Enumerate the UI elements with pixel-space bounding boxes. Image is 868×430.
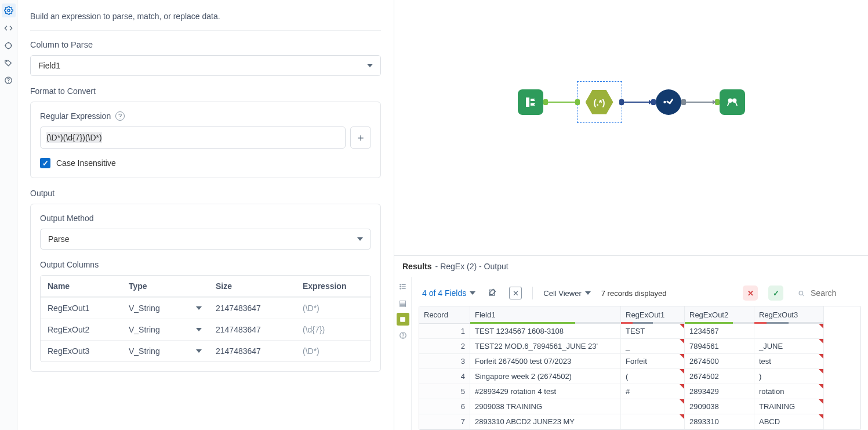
cell[interactable]: _ xyxy=(621,339,685,354)
browse-tool[interactable] xyxy=(720,89,745,115)
cell[interactable]: _JUNE xyxy=(754,339,824,354)
out-size[interactable]: 2147483647 xyxy=(209,341,296,362)
field-selector[interactable]: 4 of 4 Fields xyxy=(422,288,475,298)
close-square-icon[interactable]: ✕ xyxy=(509,287,522,299)
config-panel: Build an expression to parse, match, or … xyxy=(17,0,394,430)
svg-point-0 xyxy=(8,9,10,12)
cell[interactable]: 2674500 xyxy=(685,354,754,369)
cell[interactable]: Forfeit 2674500 test 07/2023 xyxy=(470,354,621,369)
code-icon[interactable] xyxy=(2,21,16,35)
input-tool[interactable] xyxy=(518,89,543,115)
cell[interactable]: TEST 1234567 1608-3108 xyxy=(470,324,621,339)
cell[interactable]: # xyxy=(621,384,685,399)
cell[interactable]: 4 xyxy=(419,369,470,384)
output-method-select[interactable]: Parse xyxy=(40,229,371,250)
table-row[interactable]: 72893310 ABCD2 JUNE23 MY2893310ABCD xyxy=(419,414,860,429)
edit-icon[interactable] xyxy=(486,287,499,299)
svg-point-4 xyxy=(8,82,9,82)
accept-button[interactable]: ✓ xyxy=(768,286,783,301)
out-size[interactable]: 2147483647 xyxy=(209,298,296,319)
svg-point-1 xyxy=(6,42,12,48)
col-regexout3[interactable]: RegExOut3 xyxy=(754,306,824,324)
reject-button[interactable]: ✕ xyxy=(743,286,758,301)
out-type-select[interactable]: V_String xyxy=(122,298,209,319)
cell[interactable]: ABCD xyxy=(754,414,824,429)
right-pane: (.*) Results - Reg xyxy=(394,0,868,430)
select-tool[interactable] xyxy=(656,89,681,115)
case-insensitive-label: Case Insensitive xyxy=(56,158,116,168)
cell[interactable]: 2893310 ABCD2 JUNE23 MY xyxy=(470,414,621,429)
workflow-canvas[interactable]: (.*) xyxy=(394,0,868,255)
gear-icon[interactable] xyxy=(2,3,16,17)
svg-point-18 xyxy=(799,291,803,295)
list-icon[interactable] xyxy=(397,280,409,293)
cell[interactable]: 6 xyxy=(419,399,470,414)
out-name[interactable]: RegExOut1 xyxy=(41,298,122,319)
cell[interactable]: rotation xyxy=(754,384,824,399)
cell[interactable]: ( xyxy=(621,369,685,384)
regex-add-button[interactable]: ＋ xyxy=(350,127,371,149)
output-method-value: Parse xyxy=(48,234,70,244)
cell[interactable]: 5 xyxy=(419,384,470,399)
cell[interactable]: 7 xyxy=(419,414,470,429)
search-input[interactable] xyxy=(809,288,854,298)
out-name[interactable]: RegExOut2 xyxy=(41,319,122,340)
regex-help-icon[interactable]: ? xyxy=(115,111,125,121)
cell[interactable] xyxy=(621,399,685,414)
cell[interactable]: #2893429 rotation 4 test xyxy=(470,384,621,399)
table-row[interactable]: 3Forfeit 2674500 test 07/2023Forfeit2674… xyxy=(419,354,860,369)
cell[interactable]: 2893310 xyxy=(685,414,754,429)
cell[interactable]: 3 xyxy=(419,354,470,369)
out-type-select[interactable]: V_String xyxy=(122,319,209,340)
output-anchor[interactable] xyxy=(681,99,686,105)
data-tab-icon[interactable] xyxy=(397,313,409,326)
out-expr: (\D*) xyxy=(296,298,371,319)
help-icon[interactable] xyxy=(397,329,409,342)
output-anchor[interactable] xyxy=(543,99,548,105)
cell[interactable]: 1234567 xyxy=(685,324,754,339)
cell[interactable] xyxy=(754,324,824,339)
col-record[interactable]: Record xyxy=(419,306,470,324)
search-box[interactable] xyxy=(794,285,858,301)
help-icon[interactable] xyxy=(2,73,16,87)
cell[interactable]: 7894561 xyxy=(685,339,754,354)
cell[interactable]: 2893429 xyxy=(685,384,754,399)
out-size[interactable]: 2147483647 xyxy=(209,319,296,340)
cell[interactable]: Forfeit xyxy=(621,354,685,369)
cell[interactable]: Singapore week 2 (2674502) xyxy=(470,369,621,384)
table-row: RegExOut1 V_String 2147483647 (\D*) xyxy=(41,297,371,319)
out-name[interactable]: RegExOut3 xyxy=(41,341,122,362)
grid-icon[interactable]: ▤ xyxy=(397,297,409,309)
col-field1[interactable]: Field1 xyxy=(470,306,621,324)
cell[interactable]: TEST xyxy=(621,324,685,339)
cell[interactable] xyxy=(621,414,685,429)
case-insensitive-checkbox[interactable]: ✓ xyxy=(40,158,50,168)
cell[interactable]: ) xyxy=(754,369,824,384)
cell[interactable]: 2674502 xyxy=(685,369,754,384)
cell-viewer-select[interactable]: Cell Viewer xyxy=(543,289,591,298)
cell[interactable]: 2 xyxy=(419,339,470,354)
results-header: Results - RegEx (2) - Output xyxy=(394,255,868,277)
table-row[interactable]: 62909038 TRAINING2909038TRAINING xyxy=(419,399,860,414)
target-icon[interactable] xyxy=(2,38,16,52)
out-type-select[interactable]: V_String xyxy=(122,341,209,362)
regex-input[interactable]: (\D*)(\d{7})(\D*) xyxy=(40,127,346,149)
input-anchor[interactable] xyxy=(575,99,580,105)
tag-icon[interactable] xyxy=(2,56,16,70)
col-regexout1[interactable]: RegExOut1 xyxy=(621,306,685,324)
cell[interactable]: 2909038 TRAINING xyxy=(470,399,621,414)
column-to-parse-select[interactable]: Field1 xyxy=(30,55,381,76)
svg-rect-14 xyxy=(400,317,405,322)
cell[interactable]: 1 xyxy=(419,324,470,339)
cell[interactable]: TEST22 MOD.6_7894561_JUNE 23' xyxy=(470,339,621,354)
cell[interactable]: TRAINING xyxy=(754,399,824,414)
regex-tool[interactable]: (.*) xyxy=(586,90,613,114)
table-row[interactable]: 5#2893429 rotation 4 test#2893429rotatio… xyxy=(419,384,860,399)
table-row[interactable]: 2TEST22 MOD.6_7894561_JUNE 23'_7894561_J… xyxy=(419,339,860,354)
cell[interactable]: 2909038 xyxy=(685,399,754,414)
results-left-rail: ▤ xyxy=(394,277,412,430)
table-row[interactable]: 4Singapore week 2 (2674502)(2674502) xyxy=(419,369,860,384)
col-regexout2[interactable]: RegExOut2 xyxy=(685,306,754,324)
cell[interactable]: test xyxy=(754,354,824,369)
table-row[interactable]: 1TEST 1234567 1608-3108TEST1234567 xyxy=(419,324,860,339)
